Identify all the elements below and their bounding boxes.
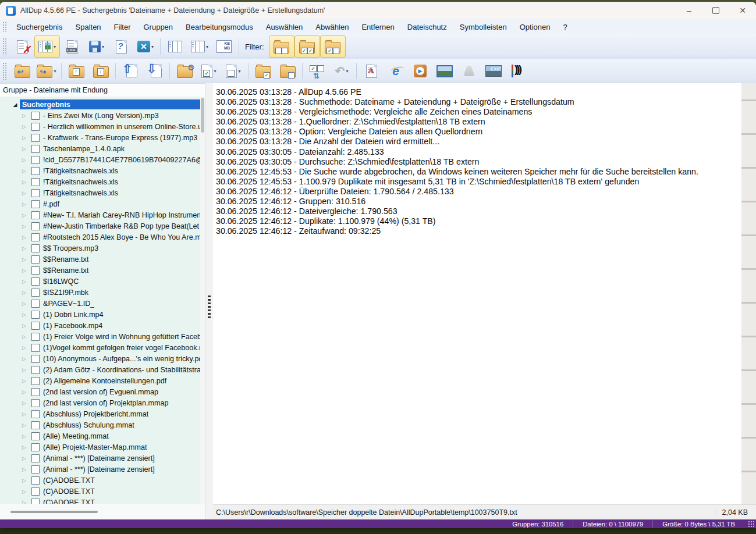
tree-file-row[interactable]: ▷ !Tätigkeitsnachweis.xls xyxy=(0,187,200,198)
file-checkbox[interactable] xyxy=(31,333,40,341)
collapsed-triangle-icon[interactable]: ▷ xyxy=(22,212,29,218)
file-checkbox[interactable] xyxy=(31,487,40,496)
collapsed-triangle-icon[interactable]: ▷ xyxy=(22,234,29,240)
collapsed-triangle-icon[interactable]: ▷ xyxy=(22,301,29,307)
file-checkbox[interactable] xyxy=(31,465,40,474)
collapsed-triangle-icon[interactable]: ▷ xyxy=(22,312,29,318)
tree-file-row[interactable]: ▷ (1) Facebook.mp4 xyxy=(0,320,200,331)
collapsed-triangle-icon[interactable]: ▷ xyxy=(22,323,29,329)
menu-item[interactable]: Spalten xyxy=(69,19,108,34)
tree-file-row[interactable]: ▷ (Abschluss) Schulung.mmat xyxy=(0,419,200,430)
file-checkbox[interactable] xyxy=(31,311,40,319)
filter-mixed-files-button[interactable]: ✓ xyxy=(320,35,346,58)
file-checkbox[interactable] xyxy=(31,499,40,504)
file-checkbox[interactable] xyxy=(31,289,40,297)
tree-file-row[interactable]: ▷ #.pdf xyxy=(0,198,200,209)
image-viewer-button[interactable] xyxy=(432,60,457,81)
tree-file-row[interactable]: ▷ !cid_D5577B17441C4E77B0619B70409227A6@… xyxy=(0,154,200,165)
collapsed-triangle-icon[interactable]: ▷ xyxy=(22,356,29,362)
next-group-button[interactable]: ↪ ▾ xyxy=(34,60,59,81)
invert-selection-button[interactable]: ✓⇅ xyxy=(305,60,329,81)
file-checkbox[interactable] xyxy=(31,399,40,407)
tree-file-row[interactable]: ▷ (C)ADOBE.TXT xyxy=(0,497,200,504)
group-down-button[interactable]: ↓ xyxy=(88,60,113,81)
file-checkbox[interactable] xyxy=(31,145,40,153)
close-window-button[interactable]: ✕ ▾ xyxy=(133,36,158,57)
collapsed-triangle-icon[interactable]: ▷ xyxy=(22,146,29,152)
tree-vertical-scrollbar[interactable] xyxy=(200,97,205,504)
menu-item[interactable]: Dateischutz xyxy=(401,19,453,34)
tree-file-row[interactable]: ▷ (Animal - ***) [Dateiname zensiert] xyxy=(0,453,200,464)
tree-file-row[interactable]: ▷ !Tätigkeitsnachweis.xls xyxy=(0,176,200,187)
file-checkbox[interactable] xyxy=(31,377,40,385)
tree-file-row[interactable]: ▷ (Alle) Meeting.mmat xyxy=(0,430,200,442)
collapsed-triangle-icon[interactable]: ▷ xyxy=(22,455,29,461)
select-files-button[interactable]: ✓ ▾ xyxy=(197,60,221,81)
group-up-button[interactable]: ↑ xyxy=(64,60,88,81)
tree-file-row[interactable]: ▷ - Herzlich willkommen in unserem Onlin… xyxy=(0,121,200,132)
file-checkbox[interactable] xyxy=(31,410,40,418)
chevron-down-icon[interactable]: ▾ xyxy=(214,69,216,74)
file-checkbox[interactable] xyxy=(31,277,40,286)
menu-item[interactable]: Abwählen xyxy=(309,19,355,34)
collapsed-triangle-icon[interactable]: ▷ xyxy=(22,433,29,439)
filter-unchecked-files-button[interactable] xyxy=(269,35,294,58)
tree-file-row[interactable]: ▷ #New- T.I. Mariah Carey-RNB HipHop Ins… xyxy=(0,209,200,220)
collapsed-triangle-icon[interactable]: ▷ xyxy=(22,400,29,406)
file-checkbox[interactable] xyxy=(31,134,40,142)
file-checkbox[interactable] xyxy=(31,322,40,330)
tree-column-header[interactable]: Gruppe - Dateiname mit Endung xyxy=(0,84,205,97)
collapsed-triangle-icon[interactable]: ▷ xyxy=(22,290,29,296)
collapsed-triangle-icon[interactable]: ▷ xyxy=(22,367,29,373)
toolbar1-grip[interactable] xyxy=(2,38,6,55)
save-button[interactable]: ▾ xyxy=(84,36,109,57)
file-checkbox[interactable] xyxy=(31,344,40,352)
tree-file-row[interactable]: ▷ Taschenlampe_1.4.0.apk xyxy=(0,143,200,154)
tree-file-row[interactable]: ▷ (Abschluss) Projektbericht.mmat xyxy=(0,408,200,419)
collapsed-triangle-icon[interactable]: ▷ xyxy=(22,257,29,262)
tree-file-row[interactable]: ▷ (C)ADOBE.TXT xyxy=(0,475,200,486)
toolbar2-grip[interactable] xyxy=(2,62,6,79)
tree-file-row[interactable]: ▷ (2) Allgemeine Kontoeinstellungen.pdf xyxy=(0,375,200,386)
menu-item[interactable]: Optionen xyxy=(513,19,557,34)
tree-file-row[interactable]: ▷ $$ Troopers.mp3 xyxy=(0,243,200,254)
select-group-button[interactable]: ✓ xyxy=(251,60,275,81)
tree-file-row[interactable]: ▷ (Animal - ***) [Dateiname zensiert] xyxy=(0,464,200,475)
file-checkbox[interactable] xyxy=(31,156,40,164)
collapsed-triangle-icon[interactable]: ▷ xyxy=(22,334,29,340)
audio-preview-button[interactable]: ))) xyxy=(506,60,530,81)
menu-item[interactable]: Bearbeitungsmodus xyxy=(179,19,260,34)
collapsed-triangle-icon[interactable]: ▷ xyxy=(22,223,29,229)
file-checkbox[interactable] xyxy=(31,432,40,440)
menu-item[interactable]: Suchergebnis xyxy=(10,19,69,34)
column-layout-button[interactable] xyxy=(163,36,187,57)
chevron-down-icon[interactable]: ▾ xyxy=(238,69,240,74)
tree-file-row[interactable]: ▷ $ISZ1I9P.mbk xyxy=(0,287,200,298)
search-log-panel[interactable]: 30.06.2025 03:13:28 - AllDup 4.5.66 PE30… xyxy=(213,83,741,504)
menu-item[interactable]: Gruppen xyxy=(137,19,179,34)
tree-file-row[interactable]: ▷ (C)ADOBE.TXT xyxy=(0,486,200,497)
tree-file-row[interactable]: ▷ - Kraftwerk - Trans-Europe Express (19… xyxy=(0,132,200,143)
scrollbar-thumb[interactable] xyxy=(201,98,204,133)
tree-file-row[interactable]: ▷ (2nd last version of) Evgueni.mmap xyxy=(0,386,200,397)
file-checkbox[interactable] xyxy=(31,112,40,120)
menu-item[interactable]: Symbolleisten xyxy=(453,19,513,34)
file-checkbox[interactable] xyxy=(31,421,40,429)
file-checkbox[interactable] xyxy=(31,366,40,374)
collapsed-triangle-icon[interactable]: ▷ xyxy=(22,179,29,185)
menubar-grip[interactable] xyxy=(2,22,6,32)
file-checkbox[interactable] xyxy=(31,222,40,230)
file-checkbox[interactable] xyxy=(31,355,40,363)
collapsed-triangle-icon[interactable]: ▷ xyxy=(22,190,29,196)
media-player-button[interactable]: ▶ xyxy=(408,60,432,81)
collapsed-triangle-icon[interactable]: ▷ xyxy=(22,467,29,472)
file-checkbox[interactable] xyxy=(31,476,40,485)
scrollbar-thumb[interactable] xyxy=(10,511,98,513)
text-preview-button[interactable]: A xyxy=(359,60,384,81)
expanded-triangle-icon[interactable]: ◢ xyxy=(10,102,20,108)
tree-root-label[interactable]: Suchergebnis xyxy=(20,99,200,109)
deselect-files-button[interactable]: ▾ xyxy=(221,60,246,81)
scroll-bottom-button[interactable]: ⇩ xyxy=(143,60,167,81)
chevron-down-icon[interactable]: ▾ xyxy=(206,44,208,49)
undo-button[interactable]: ↶ ▾ xyxy=(329,60,354,81)
